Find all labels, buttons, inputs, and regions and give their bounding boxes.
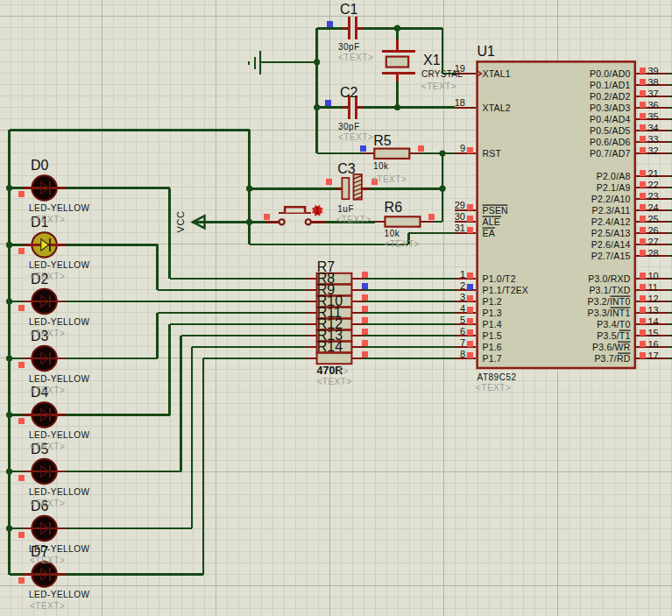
svg-text:RST: RST bbox=[483, 148, 502, 159]
svg-text:35: 35 bbox=[648, 111, 659, 122]
svg-text:P3.3/INT1: P3.3/INT1 bbox=[587, 308, 630, 318]
svg-text:<TEXT>: <TEXT> bbox=[30, 499, 65, 508]
svg-text:37: 37 bbox=[648, 89, 659, 99]
svg-text:P2.1/A9: P2.1/A9 bbox=[597, 182, 631, 193]
svg-text:11: 11 bbox=[648, 282, 658, 293]
svg-text:21: 21 bbox=[648, 168, 659, 179]
svg-text:3: 3 bbox=[460, 292, 465, 302]
svg-text:U1: U1 bbox=[477, 44, 496, 59]
svg-text:LED-YELLOW: LED-YELLOW bbox=[29, 544, 90, 554]
svg-text:6: 6 bbox=[460, 326, 465, 336]
svg-text:P0.0/AD0: P0.0/AD0 bbox=[590, 68, 631, 79]
svg-text:EA: EA bbox=[483, 228, 495, 238]
svg-text:<TEXT>: <TEXT> bbox=[30, 386, 65, 395]
svg-text:<TEXT>: <TEXT> bbox=[30, 329, 65, 338]
svg-text:<TEXT>: <TEXT> bbox=[338, 53, 373, 62]
svg-text:8: 8 bbox=[460, 349, 465, 359]
svg-text:P1.4: P1.4 bbox=[483, 319, 502, 329]
svg-text:<TEXT>: <TEXT> bbox=[30, 272, 65, 281]
svg-text:9: 9 bbox=[460, 143, 465, 153]
svg-text:P0.5/AD5: P0.5/AD5 bbox=[590, 125, 631, 136]
svg-text:P0.3/AD3: P0.3/AD3 bbox=[590, 103, 631, 113]
svg-text:<TEXT>: <TEXT> bbox=[30, 442, 65, 451]
svg-text:P1.2: P1.2 bbox=[483, 296, 502, 307]
svg-text:7: 7 bbox=[460, 337, 465, 348]
svg-text:P2.0/A8: P2.0/A8 bbox=[597, 171, 631, 181]
svg-text:R6: R6 bbox=[385, 200, 403, 215]
svg-text:39: 39 bbox=[648, 66, 659, 76]
svg-text:30pF: 30pF bbox=[338, 122, 360, 131]
svg-text:P0.1/AD1: P0.1/AD1 bbox=[590, 80, 631, 90]
svg-text:P3.5/T1: P3.5/T1 bbox=[597, 330, 630, 341]
svg-text:24: 24 bbox=[648, 202, 659, 213]
svg-text:P2.7/A15: P2.7/A15 bbox=[591, 251, 631, 261]
svg-text:32: 32 bbox=[648, 145, 659, 156]
svg-text:T>: T> bbox=[337, 366, 349, 376]
svg-text:LED-YELLOW: LED-YELLOW bbox=[29, 374, 90, 384]
svg-text:P2.6/A14: P2.6/A14 bbox=[591, 239, 631, 250]
svg-text:P3.6/WR: P3.6/WR bbox=[592, 342, 631, 352]
svg-text:ALE: ALE bbox=[483, 216, 500, 227]
svg-text:LED-YELLOW: LED-YELLOW bbox=[29, 317, 90, 327]
svg-text:<TEXT>: <TEXT> bbox=[30, 556, 65, 565]
svg-text:26: 26 bbox=[648, 225, 659, 236]
svg-text:13: 13 bbox=[648, 305, 659, 315]
svg-text:1uF: 1uF bbox=[337, 204, 354, 214]
svg-text:5: 5 bbox=[460, 315, 465, 325]
svg-text:P2.3/A11: P2.3/A11 bbox=[591, 205, 630, 216]
svg-text:P0.2/AD2: P0.2/AD2 bbox=[590, 91, 631, 102]
svg-text:P3.1/TXD: P3.1/TXD bbox=[589, 285, 630, 295]
svg-text:<TEXT>: <TEXT> bbox=[30, 215, 65, 224]
svg-text:15: 15 bbox=[648, 328, 659, 338]
svg-text:38: 38 bbox=[648, 77, 659, 88]
svg-text:VCC: VCC bbox=[175, 210, 186, 232]
svg-text:P0.4/AD4: P0.4/AD4 bbox=[590, 114, 631, 124]
svg-text:P1.1/T2EX: P1.1/T2EX bbox=[483, 285, 529, 295]
svg-text:XTAL1: XTAL1 bbox=[483, 68, 511, 79]
svg-text:28: 28 bbox=[648, 248, 659, 258]
svg-text:P0.6/AD6: P0.6/AD6 bbox=[590, 137, 631, 147]
svg-text:18: 18 bbox=[455, 97, 465, 108]
svg-text:<TEXT>: <TEXT> bbox=[476, 383, 511, 393]
svg-text:10k: 10k bbox=[385, 229, 400, 238]
svg-text:LED-YELLOW: LED-YELLOW bbox=[29, 487, 90, 497]
svg-text:4: 4 bbox=[460, 303, 465, 314]
svg-text:LED-YELLOW: LED-YELLOW bbox=[29, 203, 90, 213]
svg-text:34: 34 bbox=[648, 123, 659, 133]
svg-text:LED-YELLOW: LED-YELLOW bbox=[29, 590, 90, 599]
svg-text:P3.7/RD: P3.7/RD bbox=[594, 353, 630, 364]
svg-text:17: 17 bbox=[648, 350, 659, 361]
svg-text:19: 19 bbox=[455, 63, 465, 74]
svg-text:P1.0/T2: P1.0/T2 bbox=[483, 273, 516, 284]
svg-text:<TEXT>: <TEXT> bbox=[385, 239, 420, 249]
svg-text:P2.2/A10: P2.2/A10 bbox=[591, 194, 631, 204]
svg-text:<TEXT>: <TEXT> bbox=[336, 215, 371, 224]
svg-text:P3.0/RXD: P3.0/RXD bbox=[588, 273, 631, 284]
svg-text:30: 30 bbox=[455, 211, 465, 222]
svg-text:25: 25 bbox=[648, 214, 659, 224]
svg-text:31: 31 bbox=[455, 223, 465, 233]
svg-text:10k: 10k bbox=[373, 161, 389, 171]
svg-text:P0.7/AD7: P0.7/AD7 bbox=[590, 148, 631, 159]
svg-text:23: 23 bbox=[648, 191, 659, 202]
svg-text:1: 1 bbox=[460, 269, 465, 280]
svg-text:X1: X1 bbox=[423, 53, 441, 67]
svg-text:P3.4/T0: P3.4/T0 bbox=[597, 319, 630, 329]
svg-text:LED-YELLOW: LED-YELLOW bbox=[29, 260, 90, 270]
svg-text:36: 36 bbox=[648, 100, 659, 110]
svg-text:2: 2 bbox=[460, 280, 465, 291]
svg-text:<TEXT>: <TEXT> bbox=[317, 377, 352, 386]
svg-text:22: 22 bbox=[648, 180, 659, 190]
svg-text:D0: D0 bbox=[31, 158, 49, 173]
svg-text:P2.5/A13: P2.5/A13 bbox=[591, 228, 631, 238]
svg-text:14: 14 bbox=[648, 316, 659, 327]
svg-text:<TEXT>: <TEXT> bbox=[421, 81, 456, 91]
svg-text:P1.7: P1.7 bbox=[483, 353, 502, 364]
svg-text:C3: C3 bbox=[337, 161, 356, 176]
svg-text:PSEN: PSEN bbox=[483, 205, 508, 216]
svg-text:R14: R14 bbox=[317, 339, 343, 354]
svg-text:P1.6: P1.6 bbox=[483, 342, 502, 352]
svg-text:<TEXT>: <TEXT> bbox=[338, 132, 373, 142]
svg-text:27: 27 bbox=[648, 237, 659, 247]
svg-text:XTAL2: XTAL2 bbox=[483, 103, 511, 113]
